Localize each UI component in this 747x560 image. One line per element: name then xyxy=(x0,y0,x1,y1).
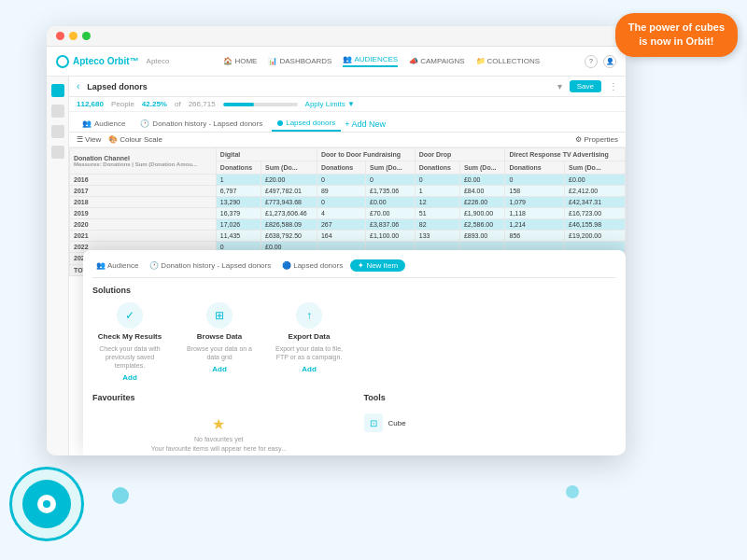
nav-collections-label: COLLECTIONS xyxy=(487,57,540,65)
colour-scale-button[interactable]: 🎨 Colour Scale xyxy=(108,135,162,144)
tab-audience[interactable]: 👥 Audience xyxy=(77,117,131,131)
colour-scale-icon: 🎨 xyxy=(108,135,118,144)
tools-section: Tools ⊡ Cube xyxy=(364,393,617,455)
check-results-desc: Check your data with previously saved te… xyxy=(92,344,167,370)
table-cell: 0 xyxy=(366,175,416,186)
user-icon[interactable]: 👤 xyxy=(603,55,616,68)
cube-icon: ⊡ xyxy=(364,413,383,432)
table-cell: 267 xyxy=(317,219,365,231)
sidebar-icon-1[interactable] xyxy=(51,84,64,97)
nav-dashboards[interactable]: 📊 DASHBOARDS xyxy=(268,55,331,67)
more-menu-icon[interactable]: ⋮ xyxy=(609,81,618,91)
stats-total: 266,715 xyxy=(189,100,216,108)
table-cell: £2,412.00 xyxy=(565,186,626,197)
app-header: Apteco Orbit™ Apteco 🏠 HOME 📊 DASHBOARDS… xyxy=(47,47,626,77)
nav-audiences[interactable]: 👥 AUDIENCES xyxy=(343,55,398,67)
table-cell: £0.00 xyxy=(459,175,505,186)
table-row-header: 2018 xyxy=(70,197,217,208)
tab-lapsed-donors[interactable]: Lapsed donors xyxy=(272,116,341,132)
overlay-tab-new-item[interactable]: ✦ New Item xyxy=(350,259,405,272)
table-cell: £20.00 xyxy=(261,175,317,186)
nav-collections[interactable]: 📁 COLLECTIONS xyxy=(476,55,540,67)
favourites-title: Favourites xyxy=(92,393,345,402)
apply-limits-button[interactable]: Apply Limits ▼ xyxy=(305,100,355,108)
star-icon: ★ xyxy=(212,415,225,433)
nav-home[interactable]: 🏠 HOME xyxy=(223,55,257,67)
sidebar-icon-2[interactable] xyxy=(51,105,64,118)
view-button[interactable]: ☰ View xyxy=(77,135,101,144)
table-cell: £3,837.06 xyxy=(366,219,416,231)
check-results-add[interactable]: Add xyxy=(122,373,137,382)
table-cell: 82 xyxy=(415,219,459,231)
tool-item-cube[interactable]: ⊡ Cube xyxy=(364,410,617,436)
table-cell: 6,797 xyxy=(216,186,261,197)
colour-scale-label: Colour Scale xyxy=(120,135,162,144)
solutions-grid: ✓ Check My Results Check your data with … xyxy=(92,302,616,382)
favourites-section: Favourites ★ No favourites yet Your favo… xyxy=(92,393,345,455)
lapsed-donors-dot xyxy=(277,120,283,126)
dropdown-arrow[interactable]: ▾ xyxy=(557,81,562,91)
col-door-door: Door to Door Fundraising xyxy=(317,148,415,161)
orbit-dot xyxy=(43,500,50,508)
table-cell: £893.00 xyxy=(459,231,505,242)
dashboards-icon: 📊 xyxy=(268,57,277,65)
table-cell: 1,118 xyxy=(505,208,565,219)
col-dd-sum: Sum (Do... xyxy=(459,161,505,175)
table-cell: 16,379 xyxy=(216,208,261,219)
save-button[interactable]: Save xyxy=(570,80,601,92)
overlay-tab-audience[interactable]: 👥 Audience xyxy=(92,259,142,272)
new-item-label: ✦ New Item xyxy=(358,261,398,270)
table-cell: 0 xyxy=(415,175,459,186)
no-favourites: ★ No favourites yet Your favourite items… xyxy=(92,410,345,455)
table-cell: 13,290 xyxy=(216,197,261,208)
maximize-dot[interactable] xyxy=(82,32,91,40)
col-drtv-sum: Sum (Do... xyxy=(565,161,626,175)
audience-tabs: 👥 Audience 🕐 Donation history - Lapsed d… xyxy=(69,112,626,133)
table-cell: 11,435 xyxy=(216,231,261,242)
audience-tab-label: Audience xyxy=(94,119,125,128)
col-dtd-donations: Donations xyxy=(317,161,365,175)
nav-dashboards-label: DASHBOARDS xyxy=(279,57,331,65)
table-cell: 0 xyxy=(317,197,365,208)
sidebar-icon-3[interactable] xyxy=(51,125,64,138)
overlay-tab-donation[interactable]: 🕐 Donation history - Lapsed donors xyxy=(146,259,275,272)
main-content: ‹ Lapsed donors ▾ Save ⋮ 112,680 People … xyxy=(69,77,626,455)
audience-bar: ‹ Lapsed donors ▾ Save ⋮ xyxy=(69,77,626,97)
sidebar-icon-4[interactable] xyxy=(51,146,64,159)
col-door-drop: Door Drop xyxy=(415,148,505,161)
solution-export-data: ↑ Export Data Export your data to file, … xyxy=(272,302,346,382)
table-corner-header: Donation Channel Measures: Donations | S… xyxy=(70,148,217,175)
minimize-dot[interactable] xyxy=(69,32,78,40)
stats-of: of xyxy=(175,100,181,108)
lapsed-donors-label: Lapsed donors xyxy=(286,119,335,127)
browse-data-add[interactable]: Add xyxy=(212,365,227,373)
nav-campaigns-label: CAMPAIGNS xyxy=(420,57,464,65)
app-logo: Apteco Orbit™ xyxy=(56,55,139,68)
table-cell: 158 xyxy=(505,186,565,197)
table-row-header: 2019 xyxy=(70,208,217,219)
solutions-title: Solutions xyxy=(92,286,616,295)
back-button[interactable]: ‹ xyxy=(77,81,79,91)
help-icon[interactable]: ? xyxy=(585,55,598,68)
overlay-tab-lapsed[interactable]: 🔵 Lapsed donors xyxy=(278,259,346,272)
close-dot[interactable] xyxy=(56,32,64,40)
overlay-lapsed-label: Lapsed donors xyxy=(293,261,343,270)
logo-icon xyxy=(56,55,69,68)
deco-circle-9 xyxy=(112,487,129,504)
export-data-add[interactable]: Add xyxy=(302,365,317,373)
stats-percent: 42.25% xyxy=(142,100,167,108)
donation-history-icon: 🕐 xyxy=(140,119,149,128)
add-new-tab[interactable]: + Add New xyxy=(345,119,386,129)
deco-circle-8 xyxy=(566,485,579,498)
browser-titlebar xyxy=(47,26,626,47)
tools-title: Tools xyxy=(364,393,617,402)
col-dd-donations: Donations xyxy=(415,161,459,175)
table-cell: 12 xyxy=(415,197,459,208)
solution-browse-data: ⊞ Browse Data Browse your data on a data… xyxy=(182,302,257,382)
view-icon: ☰ xyxy=(77,135,83,144)
table-cell: £826,588.09 xyxy=(261,219,317,231)
tab-donation-history[interactable]: 🕐 Donation history - Lapsed donors xyxy=(134,117,268,131)
nav-campaigns[interactable]: 📣 CAMPAIGNS xyxy=(409,55,464,67)
properties-button[interactable]: ⚙ Properties xyxy=(575,135,618,144)
check-results-icon: ✓ xyxy=(117,302,143,329)
